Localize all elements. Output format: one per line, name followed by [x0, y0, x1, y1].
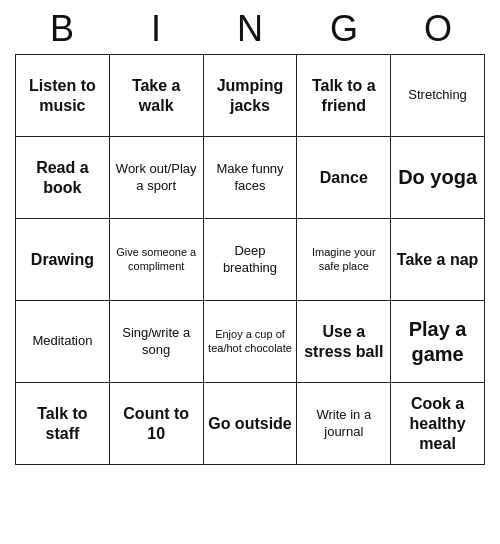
bingo-cell-14: Take a nap — [391, 219, 485, 301]
bingo-cell-0: Listen to music — [16, 55, 110, 137]
header-letter-G: G — [304, 8, 384, 50]
bingo-cell-7: Make funny faces — [204, 137, 298, 219]
bingo-cell-6: Work out/Play a sport — [110, 137, 204, 219]
bingo-grid: Listen to musicTake a walkJumping jacksT… — [15, 54, 485, 465]
bingo-cell-8: Dance — [297, 137, 391, 219]
bingo-cell-1: Take a walk — [110, 55, 204, 137]
bingo-cell-10: Drawing — [16, 219, 110, 301]
header-letter-N: N — [210, 8, 290, 50]
bingo-header: BINGO — [15, 0, 485, 54]
bingo-cell-13: Imagine your safe place — [297, 219, 391, 301]
bingo-cell-4: Stretching — [391, 55, 485, 137]
bingo-cell-5: Read a book — [16, 137, 110, 219]
bingo-cell-22: Go outside — [204, 383, 298, 465]
bingo-cell-23: Write in a journal — [297, 383, 391, 465]
bingo-cell-2: Jumping jacks — [204, 55, 298, 137]
bingo-cell-9: Do yoga — [391, 137, 485, 219]
header-letter-I: I — [116, 8, 196, 50]
header-letter-O: O — [398, 8, 478, 50]
bingo-cell-3: Talk to a friend — [297, 55, 391, 137]
bingo-cell-18: Use a stress ball — [297, 301, 391, 383]
bingo-cell-12: Deep breathing — [204, 219, 298, 301]
bingo-cell-15: Meditation — [16, 301, 110, 383]
bingo-cell-20: Talk to staff — [16, 383, 110, 465]
bingo-cell-17: Enjoy a cup of tea/hot chocolate — [204, 301, 298, 383]
header-letter-B: B — [22, 8, 102, 50]
bingo-cell-19: Play a game — [391, 301, 485, 383]
bingo-cell-16: Sing/write a song — [110, 301, 204, 383]
bingo-cell-21: Count to 10 — [110, 383, 204, 465]
bingo-cell-11: Give someone a compliment — [110, 219, 204, 301]
bingo-cell-24: Cook a healthy meal — [391, 383, 485, 465]
